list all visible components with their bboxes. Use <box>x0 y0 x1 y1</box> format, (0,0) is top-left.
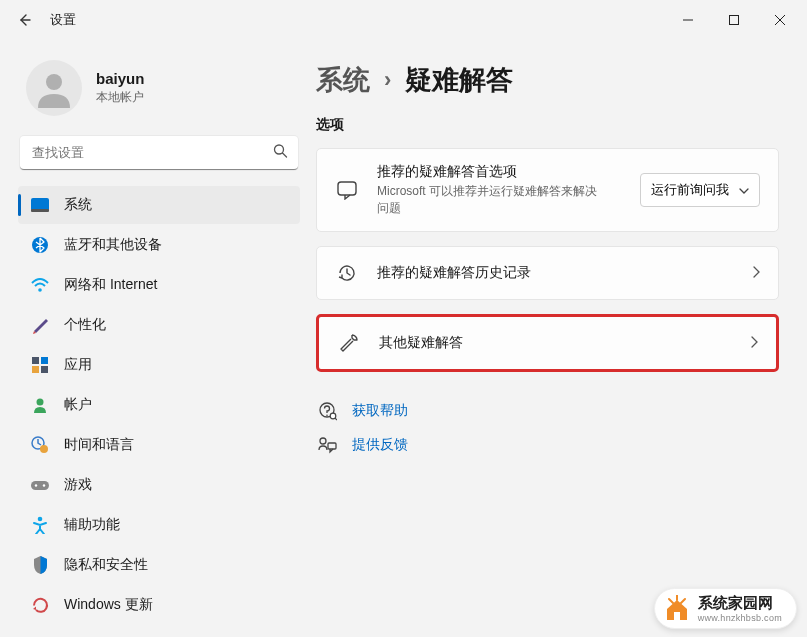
chevron-right-icon <box>750 334 758 352</box>
history-icon <box>335 261 359 285</box>
svg-rect-13 <box>41 357 48 364</box>
svg-point-18 <box>40 445 48 453</box>
svg-line-27 <box>335 418 337 420</box>
main: 系统 › 疑难解答 选项 推荐的疑难解答首选项 Microsoft 可以推荐并运… <box>310 40 807 637</box>
house-icon <box>663 595 691 623</box>
recommended-dropdown[interactable]: 运行前询问我 <box>640 173 760 207</box>
svg-point-11 <box>38 288 42 292</box>
watermark-text: 系统家园网 <box>698 594 782 613</box>
breadcrumb: 系统 › 疑难解答 <box>316 62 779 98</box>
sidebar-item-label: 时间和语言 <box>64 436 134 454</box>
sidebar-item-label: 系统 <box>64 196 92 214</box>
minimize-icon <box>683 15 693 25</box>
close-button[interactable] <box>757 0 803 40</box>
svg-rect-12 <box>32 357 39 364</box>
chevron-right-icon: › <box>384 67 391 93</box>
sidebar-item-system[interactable]: 系统 <box>18 186 300 224</box>
card-title: 推荐的疑难解答历史记录 <box>377 264 752 282</box>
svg-point-26 <box>330 413 336 419</box>
svg-point-22 <box>38 517 43 522</box>
sidebar-item-label: 辅助功能 <box>64 516 120 534</box>
maximize-icon <box>729 15 739 25</box>
sidebar-item-time-language[interactable]: 时间和语言 <box>18 426 300 464</box>
search-wrap <box>20 136 298 170</box>
sidebar-item-accessibility[interactable]: 辅助功能 <box>18 506 300 544</box>
sidebar-item-bluetooth[interactable]: 蓝牙和其他设备 <box>18 226 300 264</box>
dropdown-value: 运行前询问我 <box>651 181 729 199</box>
sidebar-item-label: 游戏 <box>64 476 92 494</box>
window-title: 设置 <box>50 11 76 29</box>
svg-point-25 <box>326 415 328 417</box>
section-label: 选项 <box>316 116 779 134</box>
update-icon <box>30 595 50 615</box>
sidebar-item-privacy[interactable]: 隐私和安全性 <box>18 546 300 584</box>
sidebar-item-label: 隐私和安全性 <box>64 556 148 574</box>
person-icon <box>30 395 50 415</box>
svg-rect-19 <box>31 481 49 490</box>
clock-globe-icon <box>30 435 50 455</box>
help-icon <box>316 400 338 422</box>
sidebar-item-label: 网络和 Internet <box>64 276 157 294</box>
user-subtitle: 本地帐户 <box>96 89 144 106</box>
sidebar-item-label: 个性化 <box>64 316 106 334</box>
wrench-icon <box>337 331 361 355</box>
links: 获取帮助 提供反馈 <box>316 394 779 462</box>
watermark-url: www.hnzkhbsb.com <box>698 613 782 623</box>
accessibility-icon <box>30 515 50 535</box>
sidebar: baiyun 本地帐户 系统 蓝牙和其他设备 <box>0 40 310 637</box>
svg-point-21 <box>43 484 45 486</box>
minimize-button[interactable] <box>665 0 711 40</box>
card-history[interactable]: 推荐的疑难解答历史记录 <box>316 246 779 300</box>
arrow-left-icon <box>16 12 32 28</box>
svg-rect-14 <box>32 366 39 373</box>
svg-rect-2 <box>730 16 739 25</box>
sidebar-item-personalization[interactable]: 个性化 <box>18 306 300 344</box>
person-icon <box>34 68 74 108</box>
card-title: 推荐的疑难解答首选项 <box>377 163 640 181</box>
feedback-icon <box>316 434 338 456</box>
paintbrush-icon <box>30 315 50 335</box>
avatar <box>26 60 82 116</box>
link-label: 提供反馈 <box>352 436 408 454</box>
svg-rect-30 <box>674 612 680 620</box>
svg-point-16 <box>37 399 44 406</box>
system-icon <box>30 195 50 215</box>
chat-icon <box>335 178 359 202</box>
user-block[interactable]: baiyun 本地帐户 <box>18 48 310 134</box>
watermark: 系统家园网 www.hnzkhbsb.com <box>654 588 797 629</box>
card-desc: Microsoft 可以推荐并运行疑难解答来解决问题 <box>377 183 607 217</box>
svg-rect-23 <box>338 182 356 195</box>
bluetooth-icon <box>30 235 50 255</box>
svg-point-5 <box>46 74 62 90</box>
sidebar-item-label: 应用 <box>64 356 92 374</box>
link-feedback[interactable]: 提供反馈 <box>316 428 779 462</box>
svg-point-28 <box>320 438 326 444</box>
link-get-help[interactable]: 获取帮助 <box>316 394 779 428</box>
search-input[interactable] <box>20 136 298 170</box>
sidebar-item-windows-update[interactable]: Windows 更新 <box>18 586 300 624</box>
card-recommended-pref[interactable]: 推荐的疑难解答首选项 Microsoft 可以推荐并运行疑难解答来解决问题 运行… <box>316 148 779 232</box>
chevron-down-icon <box>739 183 749 198</box>
card-title: 其他疑难解答 <box>379 334 750 352</box>
user-name: baiyun <box>96 70 144 87</box>
maximize-button[interactable] <box>711 0 757 40</box>
sidebar-item-label: 帐户 <box>64 396 92 414</box>
chevron-right-icon <box>752 264 760 282</box>
sidebar-item-apps[interactable]: 应用 <box>18 346 300 384</box>
breadcrumb-current: 疑难解答 <box>405 62 513 98</box>
network-icon <box>30 275 50 295</box>
svg-rect-15 <box>41 366 48 373</box>
breadcrumb-parent[interactable]: 系统 <box>316 62 370 98</box>
sidebar-item-gaming[interactable]: 游戏 <box>18 466 300 504</box>
gamepad-icon <box>30 475 50 495</box>
search-icon <box>273 144 288 163</box>
svg-rect-29 <box>328 443 336 449</box>
sidebar-item-network[interactable]: 网络和 Internet <box>18 266 300 304</box>
sidebar-item-accounts[interactable]: 帐户 <box>18 386 300 424</box>
svg-rect-9 <box>31 209 49 212</box>
sidebar-item-label: 蓝牙和其他设备 <box>64 236 162 254</box>
back-button[interactable] <box>4 0 44 40</box>
svg-line-7 <box>283 153 287 157</box>
link-label: 获取帮助 <box>352 402 408 420</box>
card-other-troubleshooters[interactable]: 其他疑难解答 <box>316 314 779 372</box>
